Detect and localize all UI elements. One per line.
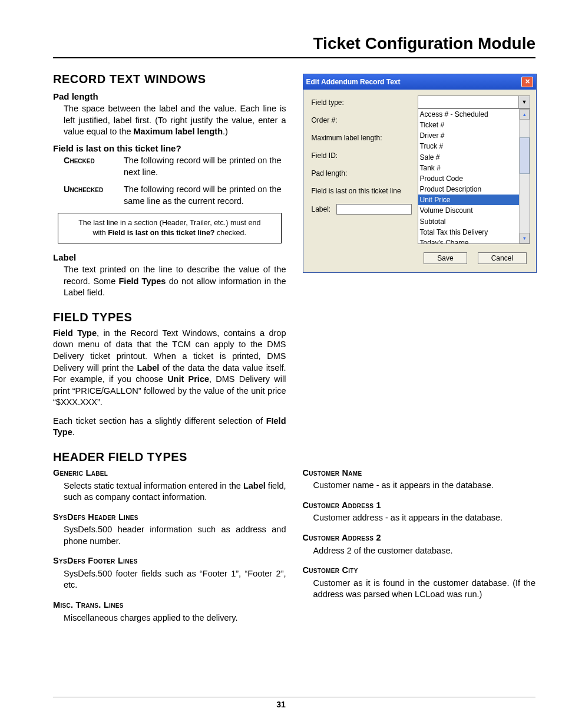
- term-customer-address-1: Customer Address 1 Customer address - as…: [303, 500, 536, 524]
- dialog-title: Edit Addendum Record Text: [306, 77, 522, 87]
- unchecked-label: Unchecked: [64, 184, 124, 207]
- term-head-customer-city: Customer City: [303, 565, 358, 575]
- listbox-item[interactable]: Driver #: [418, 130, 520, 141]
- field-type-combo[interactable]: ▼: [418, 95, 531, 108]
- listbox-item[interactable]: Unit Price: [418, 195, 520, 205]
- term-generic-label: Generic Label Selects static textual inf…: [53, 467, 286, 503]
- term-head-customer-name: Customer Name: [303, 468, 362, 477]
- subhead-field-last: Field is last on this ticket line?: [53, 143, 286, 154]
- dlg-label-pad-length: Pad length:: [312, 169, 412, 179]
- label-body: The text printed on the line to describe…: [64, 264, 286, 299]
- term-body-customer-city: Customer as it is found in the customer …: [313, 578, 536, 601]
- item-checked: Checked The following record will be pri…: [64, 155, 286, 178]
- dlg-label-max-label-length: Maximum label length:: [312, 133, 412, 144]
- note-box: The last line in a section (Header, Trai…: [58, 213, 282, 243]
- dlg-label-input[interactable]: [336, 204, 411, 215]
- page-number: 31: [0, 699, 562, 710]
- item-unchecked: Unchecked The following record will be p…: [64, 184, 286, 207]
- term-body-customer-address-2: Address 2 of the customer database.: [313, 545, 536, 557]
- footer-rule: [53, 697, 535, 697]
- combo-value: [418, 96, 519, 108]
- pad-length-body: The space between the label and the valu…: [64, 103, 286, 138]
- term-head-misc-trans: Misc. Trans. Lines: [53, 600, 124, 610]
- listbox-item[interactable]: Volume Discount: [418, 205, 520, 216]
- page-running-title: Ticket Configuration Module: [53, 32, 535, 58]
- term-head-sysdefs-footer: SysDefs Footer Lines: [53, 556, 138, 565]
- dlg-label-order: Order #:: [312, 116, 412, 126]
- section-header-field-types: HEADER FIELD TYPES: [53, 449, 286, 465]
- checked-desc: The following record will be printed on …: [124, 155, 286, 178]
- term-misc-trans: Misc. Trans. Lines Miscellaneous charges…: [53, 599, 286, 624]
- scroll-down-icon[interactable]: ▾: [520, 233, 530, 243]
- term-body-sysdefs-footer: SysDefs.500 footer fields such as “Foote…: [64, 568, 286, 591]
- left-column: RECORD TEXT WINDOWS Pad length The space…: [53, 71, 286, 632]
- term-body-generic: Selects static textual information enter…: [64, 480, 286, 503]
- close-icon[interactable]: ✕: [521, 77, 533, 87]
- checked-label: Checked: [64, 155, 124, 178]
- term-head-sysdefs-header: SysDefs Header Lines: [53, 512, 138, 522]
- chevron-down-icon[interactable]: ▼: [518, 96, 530, 108]
- section-record-text-windows: RECORD TEXT WINDOWS: [53, 71, 286, 87]
- right-column: Edit Addendum Record Text ✕ Field type: …: [303, 71, 536, 632]
- listbox-item[interactable]: Ticket #: [418, 120, 520, 130]
- term-body-sysdefs-header: SysDefs.500 header information such as a…: [64, 524, 286, 547]
- term-sysdefs-header: SysDefs Header Lines SysDefs.500 header …: [53, 512, 286, 548]
- scroll-up-icon[interactable]: ▴: [520, 109, 530, 120]
- subhead-pad-length: Pad length: [53, 91, 286, 103]
- term-head-generic: Generic Label: [53, 468, 108, 477]
- dlg-label-field-last: Field is last on this ticket line: [312, 186, 412, 197]
- term-body-customer-name: Customer name - as it appears in the dat…: [313, 480, 536, 492]
- term-customer-city: Customer City Customer as it is found in…: [303, 565, 536, 601]
- dlg-label-label: Label:: [312, 204, 412, 215]
- listbox-item[interactable]: Subtotal: [418, 216, 520, 227]
- section-field-types: FIELD TYPES: [53, 309, 286, 325]
- listbox-item[interactable]: Product Description: [418, 184, 520, 195]
- save-button[interactable]: Save: [424, 252, 467, 264]
- term-head-customer-address-2: Customer Address 2: [303, 533, 381, 542]
- dialog-titlebar[interactable]: Edit Addendum Record Text ✕: [303, 74, 537, 90]
- field-types-p2: Each ticket section has a slightly diffe…: [53, 416, 286, 439]
- field-type-listbox[interactable]: Access # - ScheduledTicket #Driver #Truc…: [418, 108, 531, 244]
- dlg-label-field-type: Field type:: [312, 98, 412, 108]
- listbox-item[interactable]: Access # - Scheduled: [418, 109, 520, 120]
- listbox-item[interactable]: Today's Charge: [418, 238, 520, 243]
- listbox-item[interactable]: Sale #: [418, 152, 520, 163]
- unchecked-desc: The following record will be printed on …: [124, 184, 286, 207]
- term-body-misc-trans: Miscellaneous charges applied to the del…: [64, 612, 286, 624]
- listbox-item[interactable]: Tank #: [418, 163, 520, 173]
- term-body-customer-address-1: Customer address - as it appears in the …: [313, 512, 536, 524]
- term-head-customer-address-1: Customer Address 1: [303, 500, 381, 510]
- term-sysdefs-footer: SysDefs Footer Lines SysDefs.500 footer …: [53, 555, 286, 591]
- listbox-item[interactable]: Product Code: [418, 173, 520, 184]
- term-customer-address-2: Customer Address 2 Address 2 of the cust…: [303, 532, 536, 556]
- cancel-button[interactable]: Cancel: [478, 252, 527, 264]
- scrollbar-thumb[interactable]: [520, 137, 530, 174]
- subhead-label: Label: [53, 252, 286, 263]
- listbox-item[interactable]: Truck #: [418, 141, 520, 151]
- dlg-label-field-id: Field ID:: [312, 151, 412, 162]
- edit-addendum-dialog: Edit Addendum Record Text ✕ Field type: …: [303, 74, 537, 273]
- field-types-p1: Field Type, in the Record Text Windows, …: [53, 328, 286, 409]
- term-customer-name: Customer Name Customer name - as it appe…: [303, 467, 536, 492]
- listbox-item[interactable]: Total Tax this Delivery: [418, 227, 520, 238]
- scrollbar[interactable]: ▴ ▾: [519, 109, 530, 243]
